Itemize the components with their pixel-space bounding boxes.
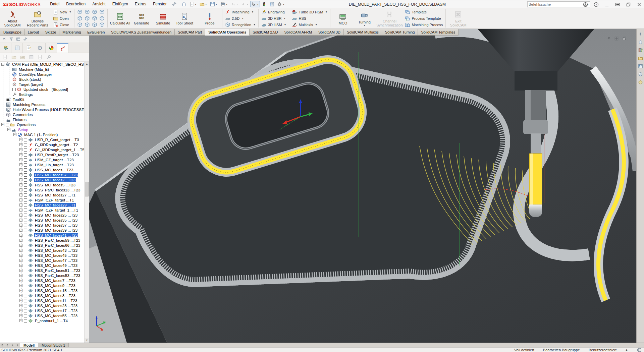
tree-item-label[interactable]: Geometries [12, 113, 33, 117]
tree-row[interactable]: +HSS_MC_faces17 ...T23 [0, 308, 84, 313]
tree-row[interactable]: Machining Process [0, 102, 84, 107]
tree-row[interactable]: Updated stock - [Stopped] [0, 87, 84, 92]
restore-window-icon[interactable] [622, 36, 627, 41]
expand-taskpane-icon[interactable] [638, 32, 643, 37]
featuremanager-tab[interactable] [0, 43, 11, 53]
view-cube-icon[interactable] [77, 22, 83, 27]
dropdown-icon[interactable]: ▼ [325, 11, 327, 13]
turbo-3d-hsm-button[interactable]: Turbo 3D HSM▼ [291, 9, 328, 15]
close-button[interactable]: Close [52, 22, 72, 27]
tree-item-label[interactable]: HSS_ParC_faces59 ...T23 [34, 238, 81, 242]
visibility-checkbox[interactable] [24, 284, 27, 287]
tree-item-label[interactable]: HSS_MC_faces43 ...T23 [34, 248, 78, 252]
tab-layout[interactable]: Layout [25, 29, 42, 36]
visibility-checkbox[interactable] [6, 123, 9, 126]
tree-item-label[interactable]: G1_i3DRough_target_1 ...T5 [34, 148, 84, 152]
tree-item-label[interactable]: HSS_MC_faces27 ...T1 [34, 193, 76, 197]
tree-item-label[interactable]: Hole Wizard Process (HOLE PROCESSES - SO… [12, 108, 84, 112]
tab-solidcam-multiaxis[interactable]: SolidCAM Multiaxis [344, 29, 382, 36]
dropdown-icon[interactable]: ▼ [195, 3, 197, 5]
view-cube-icon[interactable] [85, 22, 90, 27]
tree-row[interactable]: +HSS_MC_faces ...T23 [0, 167, 84, 172]
tree-row[interactable]: +HSS_ParC_faces66 ...T23 [0, 243, 84, 248]
visibility-checkbox[interactable] [24, 264, 27, 267]
tree-row[interactable]: +HSS_MC_faces39 ...T23 [0, 228, 84, 233]
propertymanager-tab[interactable] [11, 43, 23, 53]
open-document-button[interactable]: ▼ [199, 1, 208, 7]
tree-item-label[interactable]: HSM_CZF_target_1 ...T1 [34, 208, 79, 212]
process-template-button[interactable]: Process Template [404, 15, 444, 21]
dropdown-icon[interactable]: ▼ [257, 3, 259, 5]
tree-item-label[interactable]: HSS_MC_faces15 ...T23 [34, 289, 78, 293]
visibility-checkbox[interactable] [24, 294, 27, 297]
tab-scroll-next-button[interactable] [10, 343, 15, 347]
engraving-button[interactable]: Engraving [260, 9, 287, 15]
view-cube-icon[interactable] [99, 9, 105, 15]
file-explorer-icon[interactable] [638, 56, 643, 61]
tree-item-label[interactable]: HSS_MC_faces47 ...T23 [34, 258, 78, 262]
tool-sheet-button[interactable]: Tool Sheet [174, 11, 195, 25]
visibility-checkbox[interactable] [24, 209, 27, 212]
view-cube-icon[interactable] [85, 9, 90, 15]
tree-row[interactable]: +HSM_CZF_target ...T1 [0, 197, 84, 202]
tree-item-label[interactable]: HSS_MC_faces3 ...T23 [34, 294, 76, 298]
tree-item-label[interactable]: HSS_MC_faces5 ...T23 [34, 183, 76, 187]
view-cube-icon[interactable] [92, 9, 97, 15]
template-button[interactable]: Template [404, 9, 444, 15]
tree-row[interactable]: +HSR_RestR_target ...T23 [0, 152, 84, 157]
view-cube-icon[interactable] [85, 16, 90, 21]
dropdown-icon[interactable]: ▼ [363, 24, 366, 26]
dropdown-icon[interactable]: ▼ [241, 17, 244, 19]
tree-item-label[interactable]: HSS_MC_faces7 ...T23 [34, 279, 76, 283]
menu-datei[interactable]: Datei [47, 1, 63, 7]
new-button[interactable]: New▼ [52, 9, 72, 15]
tree-row[interactable]: −MAC 1 (1- Position) [0, 132, 84, 137]
dropdown-icon[interactable]: ▼ [215, 3, 218, 5]
tree-row[interactable]: +HSS_MC_faces49 ...T23 [0, 263, 84, 268]
tree-item-label[interactable]: Machine (Mitu_E) [18, 67, 50, 71]
redo-button[interactable]: ▼ [240, 1, 250, 7]
visibility-checkbox[interactable] [24, 274, 27, 277]
visibility-checkbox[interactable] [24, 309, 27, 312]
tree-row[interactable]: +HSS_MC_faces23 ...T23 [0, 303, 84, 308]
tree-item-label[interactable]: Operations [16, 123, 36, 127]
dropdown-icon[interactable]: ▼ [315, 23, 317, 26]
tree-item-label[interactable]: HSS_MC_faces25 ...T23 [34, 213, 78, 217]
save-button[interactable]: ▼ [209, 1, 219, 7]
multiaxis-button[interactable]: Multiaxis▼ [291, 22, 328, 27]
tree-item-label[interactable]: HSS_MC_faces ...T23 [34, 168, 74, 172]
dropdown-icon[interactable]: ▼ [252, 11, 254, 13]
tree-row[interactable]: Target (target) [0, 82, 84, 87]
visibility-checkbox[interactable] [24, 153, 27, 157]
model-tab-modell[interactable]: Modell [20, 343, 38, 347]
visibility-checkbox[interactable] [24, 249, 27, 252]
dropdown-icon[interactable]: ▼ [253, 23, 256, 26]
pin-icon[interactable] [23, 37, 28, 41]
view-cube-icon[interactable] [77, 16, 83, 21]
tab-solidworks-zusatzanwendungen[interactable]: SOLIDWORKS Zusatzanwendungen [108, 29, 175, 36]
visibility-checkbox[interactable] [24, 183, 27, 187]
tree-item-label[interactable]: HSS_ParC_faces66 ...T23 [34, 243, 81, 247]
view-cube-icon[interactable] [99, 16, 105, 21]
close-button[interactable] [635, 1, 643, 8]
visibility-checkbox[interactable] [24, 178, 27, 182]
probe-button[interactable]: Probe [199, 11, 220, 25]
visibility-checkbox[interactable] [24, 244, 27, 247]
scrollbar-thumb[interactable] [85, 182, 89, 196]
tree-row[interactable]: +HSM_CZ_target ...T23 [0, 157, 84, 162]
view-cube-icon[interactable] [99, 22, 105, 27]
tree-row[interactable]: Stock (stock) [0, 77, 84, 82]
visibility-checkbox[interactable] [24, 173, 27, 177]
dropdown-icon[interactable]: ▼ [236, 3, 238, 5]
graphics-viewport[interactable] [89, 29, 636, 343]
dropdown-icon[interactable]: ▼ [246, 3, 249, 5]
select-cursor-button[interactable]: ▼ [250, 1, 260, 7]
tree-row[interactable]: +HSS_MC_faces5 ...T23 [0, 182, 84, 187]
2-5d-button[interactable]: 2.5D▼ [224, 15, 257, 21]
open-button[interactable]: Open [52, 15, 72, 21]
tree-row[interactable]: +HSM_Lin_target ...T23 [0, 162, 84, 167]
dropdown-icon[interactable]: ▼ [284, 23, 286, 26]
tree-item-label[interactable]: HSS_MC_faces39 ...T23 [34, 228, 78, 232]
recognition-button[interactable]: Recognition▼ [224, 22, 257, 27]
visibility-checkbox[interactable] [24, 158, 27, 162]
